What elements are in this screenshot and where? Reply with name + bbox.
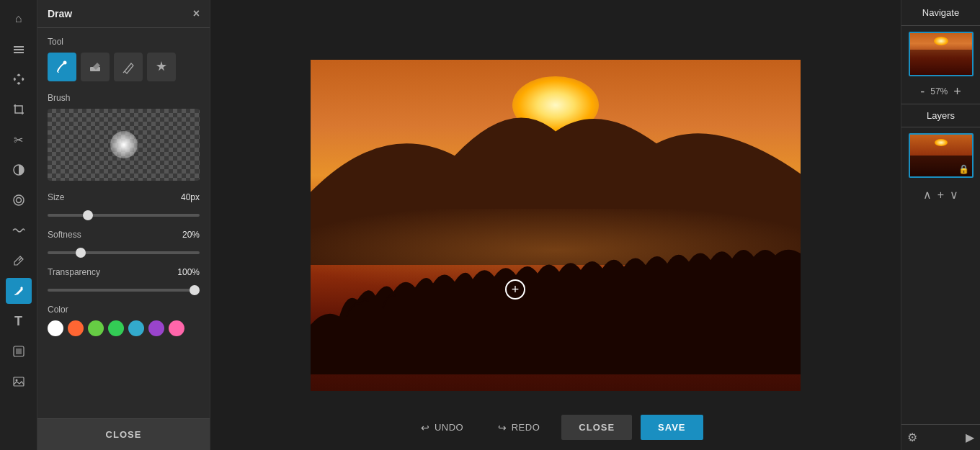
size-slider-row: Size 40px	[48, 192, 200, 220]
zoom-in-button[interactable]: +	[953, 85, 961, 98]
softness-value: 20%	[182, 230, 200, 240]
svg-line-13	[123, 71, 125, 73]
zoom-value: 57%	[930, 86, 948, 96]
transparency-value: 100%	[177, 267, 200, 277]
brush-label: Brush	[48, 93, 200, 103]
image-icon[interactable]	[6, 369, 32, 395]
layer-lock-icon: 🔒	[958, 164, 969, 174]
layers-icon[interactable]	[6, 36, 32, 62]
left-sidebar: ⌂ ✂	[0, 0, 37, 450]
settings-icon[interactable]: ⚙	[907, 431, 917, 444]
navigate-thumbnail[interactable]	[909, 32, 974, 76]
text-icon[interactable]: T	[6, 308, 32, 334]
crop-icon[interactable]	[6, 96, 32, 122]
size-label: Size	[48, 192, 64, 202]
wave-icon[interactable]	[6, 217, 32, 243]
draw-panel: Draw × Tool	[37, 0, 210, 450]
draw-panel-header: Draw ×	[37, 0, 210, 28]
canvas-image[interactable]	[311, 60, 801, 391]
draw-panel-footer: CLOSE	[37, 418, 210, 450]
tool-buttons-group	[48, 53, 200, 81]
softness-slider[interactable]	[48, 251, 200, 254]
navigate-header: Navigate	[901, 0, 980, 26]
svg-point-10	[15, 379, 17, 382]
tool-label: Tool	[48, 37, 200, 47]
close-main-button[interactable]: CLOSE	[561, 415, 632, 440]
mask-icon[interactable]	[6, 338, 32, 364]
svg-rect-8	[16, 348, 22, 354]
transparency-slider-row: Transparency 100%	[48, 267, 200, 294]
size-value: 40px	[181, 192, 200, 202]
horses-silhouette	[311, 242, 801, 374]
svg-rect-1	[14, 49, 24, 50]
scissors-icon[interactable]: ✂	[6, 127, 32, 153]
layer-add-button[interactable]: +	[937, 188, 944, 202]
size-slider[interactable]	[48, 214, 200, 217]
nav-thumb-horses	[910, 50, 972, 75]
draw-panel-close-button[interactable]: ×	[193, 7, 200, 20]
transparency-slider[interactable]	[48, 289, 200, 292]
layer-controls: ∧ + ∨	[901, 184, 980, 206]
undo-icon: ↩	[421, 422, 430, 433]
softness-slider-row: Softness 20%	[48, 230, 200, 257]
color-swatch-orange[interactable]	[68, 320, 84, 336]
svg-point-5	[16, 198, 21, 203]
eraser-tool-button[interactable]	[81, 53, 110, 81]
right-panel-footer: ⚙ ▶	[901, 424, 980, 450]
svg-line-6	[19, 258, 22, 261]
undo-button[interactable]: ↩ UNDO	[408, 416, 476, 439]
layer-down-button[interactable]: ∨	[950, 188, 958, 202]
svg-rect-9	[14, 377, 24, 386]
layer-up-button[interactable]: ∧	[923, 188, 932, 202]
draw-panel-body: Tool	[37, 28, 210, 418]
right-panel: Navigate - 57% + Layers 🔒 ∧ + ∨ ⚙ ▶	[901, 0, 980, 450]
canvas-wrapper[interactable]	[311, 60, 801, 391]
layers-header: Layers	[901, 104, 980, 127]
draw-panel-title: Draw	[48, 8, 72, 19]
brush-tool-button[interactable]	[48, 53, 76, 81]
pencil-tool-button[interactable]	[114, 53, 143, 81]
svg-rect-0	[14, 46, 24, 48]
move-icon[interactable]	[6, 66, 32, 92]
redo-icon: ↪	[498, 422, 507, 433]
svg-point-11	[63, 61, 67, 65]
draw-panel-close-btn[interactable]: CLOSE	[37, 419, 210, 450]
color-swatch-lime[interactable]	[88, 320, 104, 336]
color-swatch-purple[interactable]	[148, 320, 164, 336]
expand-icon[interactable]: ▶	[966, 431, 974, 444]
adjust-icon[interactable]	[6, 157, 32, 183]
softness-label: Softness	[48, 230, 81, 240]
home-icon[interactable]: ⌂	[6, 6, 32, 32]
undo-label: UNDO	[435, 422, 463, 433]
color-swatch-white[interactable]	[48, 320, 63, 336]
redo-button[interactable]: ↪ REDO	[485, 416, 553, 439]
brush-preview	[48, 109, 200, 181]
color-swatch-cyan[interactable]	[128, 320, 144, 336]
main-canvas-area: ↩ UNDO ↪ REDO CLOSE SAVE	[210, 0, 901, 450]
nav-thumb-sun	[934, 37, 948, 45]
bottom-toolbar: ↩ UNDO ↪ REDO CLOSE SAVE	[408, 415, 703, 440]
crosshair-cursor	[505, 279, 525, 300]
zoom-out-button[interactable]: -	[920, 85, 925, 98]
color-swatch-green[interactable]	[108, 320, 124, 336]
filter-icon[interactable]	[6, 187, 32, 213]
color-label: Color	[48, 305, 200, 315]
redo-label: REDO	[512, 422, 540, 433]
star-tool-button[interactable]	[147, 53, 176, 81]
zoom-row: - 57% +	[901, 82, 980, 104]
layer-thumbnail[interactable]: 🔒	[909, 133, 974, 178]
transparency-label: Transparency	[48, 267, 100, 277]
svg-point-4	[14, 195, 24, 205]
color-section: Color	[48, 305, 200, 336]
color-swatches	[48, 320, 200, 336]
draw-pencil-icon[interactable]	[6, 278, 32, 304]
brush-cursor	[110, 131, 138, 158]
save-button[interactable]: SAVE	[641, 415, 703, 440]
color-swatch-pink[interactable]	[169, 320, 184, 336]
svg-rect-2	[14, 52, 24, 53]
eyedropper-icon[interactable]	[6, 248, 32, 274]
